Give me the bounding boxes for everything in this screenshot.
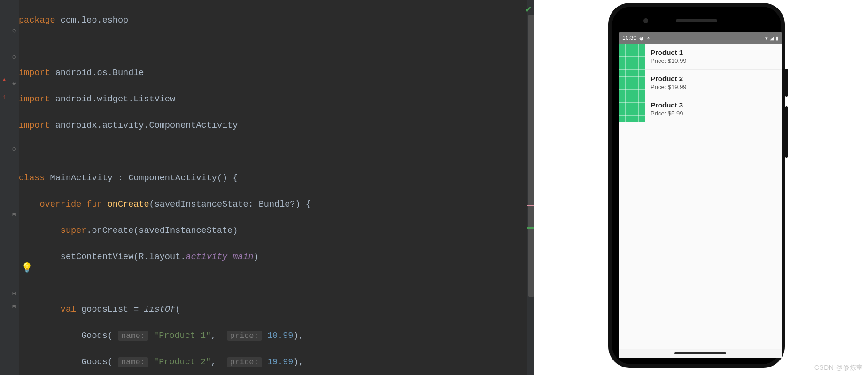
punct: ),: [293, 357, 303, 367]
status-ok-icon: ✔: [522, 3, 534, 12]
device-screen[interactable]: 10:39 ◕ ⋄ ▾ ◢ ▮ Product 1: [619, 32, 782, 358]
call: setContentView(R.layout.: [61, 252, 186, 262]
warning-marker[interactable]: [527, 227, 534, 229]
keyword: import: [19, 94, 50, 104]
fn-call: Goods(: [81, 331, 113, 341]
list-item[interactable]: Product 2 Price: $19.99: [619, 70, 782, 96]
import-target: android.os.Bundle: [50, 68, 144, 78]
class-declaration: MainActivity : ComponentActivity() {: [45, 173, 238, 183]
string-literal: "Product 1": [154, 331, 211, 341]
product-price: Price: $10.99: [651, 57, 687, 65]
layout-ref: activity_main: [186, 252, 253, 262]
product-price: Price: $19.99: [651, 84, 687, 92]
wifi-icon: ▾: [765, 35, 768, 41]
call: .onCreate(savedInstanceState): [86, 226, 238, 236]
front-camera: [643, 18, 648, 23]
product-thumbnail: [619, 96, 645, 122]
param-hint: price:: [227, 357, 262, 367]
keyword: fun: [81, 199, 108, 209]
device-bezel: 10:39 ◕ ⋄ ▾ ◢ ▮ Product 1: [612, 7, 781, 364]
product-price: Price: $5.99: [651, 110, 683, 118]
fn-call: Goods(: [81, 357, 113, 367]
product-title: Product 1: [651, 48, 687, 57]
product-title: Product 3: [651, 100, 683, 110]
watermark: CSDN @修炼室: [814, 364, 863, 372]
code-area[interactable]: package com.leo.eshop import android.os.…: [19, 0, 517, 375]
punct: ,: [211, 331, 216, 341]
battery-icon: ▮: [775, 35, 778, 41]
emulator-panel: 10:39 ◕ ⋄ ▾ ◢ ▮ Product 1: [534, 0, 868, 375]
package-name: com.leo.eshop: [55, 15, 128, 25]
list-item-text: Product 1 Price: $10.99: [645, 48, 687, 65]
status-time: 10:39: [622, 35, 636, 41]
signal-icon: ◢: [770, 35, 774, 41]
code-editor[interactable]: ⊖ ⊖ ⊖ ▴ ↑ ⊖ ⊟ ⊟ ⊟ 💡 ✔ package com.leo.es…: [0, 0, 534, 375]
fold-toggle[interactable]: ⊖: [10, 80, 18, 88]
fold-end[interactable]: ⊟: [10, 212, 18, 219]
punct: ),: [293, 331, 303, 341]
function-name: onCreate: [108, 199, 149, 209]
keyword: package: [19, 15, 55, 25]
power-button[interactable]: [785, 69, 788, 97]
error-marker[interactable]: [527, 205, 534, 206]
editor-gutter: ⊖ ⊖ ⊖ ▴ ↑ ⊖ ⊟ ⊟ ⊟: [0, 0, 19, 375]
param-hint: name:: [118, 357, 148, 367]
status-debug-icon: ⋄: [647, 35, 650, 41]
params: (savedInstanceState: Bundle?) {: [149, 199, 311, 209]
product-thumbnail: [619, 70, 645, 96]
param-hint: name:: [118, 331, 148, 341]
number-literal: 10.99: [267, 331, 294, 341]
import-target: android.widget.ListView: [50, 94, 175, 104]
gesture-nav-bar[interactable]: [619, 349, 782, 358]
keyword: override: [39, 199, 81, 209]
keyword: val: [61, 305, 76, 314]
fold-end[interactable]: ⊟: [10, 291, 18, 298]
punct: (: [175, 305, 180, 314]
var-name: goodsList =: [76, 305, 144, 314]
keyword: class: [19, 173, 45, 183]
number-literal: 19.99: [267, 357, 294, 367]
volume-button[interactable]: [785, 106, 788, 158]
keyword: import: [19, 68, 50, 78]
list-item-text: Product 2 Price: $19.99: [645, 74, 687, 91]
param-hint: price:: [227, 331, 262, 341]
fold-toggle[interactable]: ⊖: [10, 54, 18, 61]
earpiece-speaker: [676, 19, 717, 22]
breakpoint-indicator[interactable]: ▴: [1, 76, 8, 83]
product-title: Product 2: [651, 74, 687, 84]
product-list[interactable]: Product 1 Price: $10.99 Product 2 Price:…: [619, 44, 782, 349]
nav-pill[interactable]: [674, 352, 726, 354]
scrollbar-thumb[interactable]: [528, 15, 534, 297]
product-thumbnail: [619, 44, 645, 70]
list-item[interactable]: Product 3 Price: $5.99: [619, 96, 782, 122]
override-indicator[interactable]: ↑: [1, 94, 8, 100]
import-target: androidx.activity.ComponentActivity: [50, 121, 238, 130]
keyword: super: [61, 226, 87, 236]
list-item-text: Product 3 Price: $5.99: [645, 100, 683, 117]
list-item[interactable]: Product 1 Price: $10.99: [619, 44, 782, 70]
fold-toggle[interactable]: ⊖: [10, 146, 18, 153]
status-today-icon: ◕: [639, 35, 644, 41]
device-frame: 10:39 ◕ ⋄ ▾ ◢ ▮ Product 1: [608, 3, 785, 368]
punct: ): [254, 252, 259, 262]
punct: ,: [211, 357, 216, 367]
fold-end[interactable]: ⊟: [10, 304, 18, 311]
keyword: import: [19, 121, 50, 130]
status-bar: 10:39 ◕ ⋄ ▾ ◢ ▮: [619, 32, 782, 44]
fn-call: listOf: [144, 305, 175, 314]
fold-toggle[interactable]: ⊖: [10, 28, 18, 35]
editor-right-annotation-strip: ✔: [527, 0, 534, 375]
string-literal: "Product 2": [154, 357, 211, 367]
